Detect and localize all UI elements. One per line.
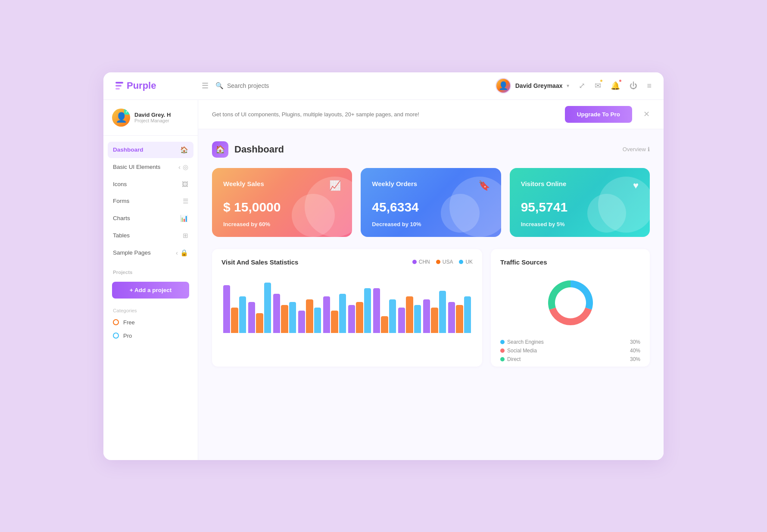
sidebar-item-basic-ui[interactable]: Basic UI Elements ‹ ◎ [108, 159, 193, 175]
orders-label: Weekly Orders [372, 180, 417, 187]
stat-card-orders: Weekly Orders 🔖 45,6334 Decreased by 10% [361, 168, 501, 237]
bar [306, 299, 313, 333]
nav-label-icons: Icons [113, 181, 127, 187]
bar [381, 316, 388, 333]
menu-icon[interactable]: ☰ [202, 81, 209, 90]
traffic-dot [500, 348, 505, 353]
mail-button[interactable]: ✉ [595, 81, 601, 90]
bar [464, 296, 471, 333]
sales-icon: 📈 [329, 180, 341, 191]
profile-avatar: ✓ [112, 109, 130, 127]
bar-group-7 [398, 296, 421, 333]
bar [423, 299, 430, 333]
promo-banner: Get tons of UI components, Plugins, mult… [198, 100, 664, 129]
bar [331, 311, 338, 333]
bar-group-5 [348, 288, 371, 333]
free-dot [113, 319, 119, 325]
expand-button[interactable]: ⤢ [579, 81, 585, 90]
bar-group-3 [298, 299, 321, 333]
charts-row: Visit And Sales Statistics CHN USA [212, 249, 650, 367]
nav-icon-sample: 🔒 [180, 249, 188, 257]
sidebar-item-sample-pages[interactable]: Sample Pages ‹ 🔒 [108, 245, 193, 261]
mail-badge [599, 79, 603, 83]
nav-label-tables: Tables [113, 232, 130, 239]
free-label: Free [123, 319, 135, 326]
sidebar-item-icons[interactable]: Icons 🖼 [108, 176, 193, 192]
bar [339, 294, 346, 333]
bar-chart-legend: CHN USA UK [412, 259, 473, 265]
nav-icon-dashboard: 🏠 [180, 146, 188, 154]
sidebar-item-forms[interactable]: Forms ☰ [108, 193, 193, 209]
nav-icon-icons: 🖼 [182, 180, 188, 188]
bar [356, 302, 363, 333]
bar [248, 302, 255, 333]
traffic-legend-item: Search Engines30% [500, 339, 640, 345]
bar [239, 296, 246, 333]
add-project-button[interactable]: + Add a project [112, 282, 189, 299]
bar [289, 302, 296, 333]
profile-info: David Grey. H Project Manager [134, 112, 189, 123]
dashboard-title: Dashboard [234, 144, 284, 155]
overview-link[interactable]: Overview ℹ [623, 146, 650, 152]
upgrade-button[interactable]: Upgrade To Pro [565, 106, 632, 123]
usa-label: USA [443, 259, 453, 265]
traffic-dot [500, 340, 505, 344]
stat-card-sales: Weekly Sales 📈 $ 15,0000 Increased by 60… [212, 168, 352, 237]
sidebar-item-charts[interactable]: Charts 📊 [108, 210, 193, 227]
legend-usa: USA [436, 259, 453, 265]
list-button[interactable]: ≡ [647, 81, 652, 90]
category-pro[interactable]: Pro [103, 329, 198, 342]
main-content: Get tons of UI components, Plugins, mult… [198, 100, 664, 460]
uk-dot [459, 260, 463, 264]
category-free[interactable]: Free [103, 316, 198, 329]
search-icon: 🔍 [215, 82, 224, 90]
power-button[interactable]: ⏻ [630, 81, 637, 90]
visitors-value: 95,5741 [521, 200, 639, 215]
visitors-change: Increased by 5% [521, 221, 639, 227]
bar [364, 288, 371, 333]
sales-label: Weekly Sales [223, 180, 264, 187]
pro-dot [113, 333, 119, 339]
legend-chn: CHN [412, 259, 430, 265]
dashboard-title-row: 🏠 Dashboard [212, 141, 284, 158]
nav-caret-basic-ui: ‹ [178, 163, 181, 171]
bar-group-4 [323, 294, 346, 333]
bar [389, 299, 396, 333]
notification-badge [618, 79, 622, 83]
sidebar-item-dashboard[interactable]: Dashboard 🏠 [108, 142, 193, 158]
nav-icon-basic-ui: ◎ [183, 163, 188, 171]
dashboard-header: 🏠 Dashboard Overview ℹ [212, 141, 650, 158]
sidebar-item-tables[interactable]: Tables ⊞ [108, 227, 193, 244]
promo-text: Get tons of UI components, Plugins, mult… [212, 111, 558, 118]
dashboard-content: 🏠 Dashboard Overview ℹ Week [198, 129, 664, 379]
bar [314, 308, 321, 333]
traffic-legend-item: Social Media40% [500, 348, 640, 354]
notification-button[interactable]: 🔔 [611, 81, 620, 90]
bar-group-9 [448, 296, 471, 333]
body: ✓ David Grey. H Project Manager Dashboar… [103, 100, 664, 460]
avatar [496, 78, 511, 93]
categories-title: Categories [103, 305, 198, 316]
bar-group-8 [423, 291, 446, 333]
nav-label-charts: Charts [113, 215, 130, 221]
traffic-dot [500, 357, 505, 361]
bar [273, 294, 280, 333]
donut-chart-title: Traffic Sources [500, 258, 547, 266]
projects-section-title: Projects [103, 262, 198, 278]
sales-value: $ 15,0000 [223, 200, 341, 215]
username: David Greymaax [515, 82, 563, 89]
traffic-legend: Search Engines30%Social Media40%Direct30… [500, 339, 640, 362]
donut-svg [540, 273, 601, 333]
search-input[interactable] [227, 82, 336, 89]
app-window: Purple ☰ 🔍 David Greymaax ▾ ⤢ ✉ 🔔 ⏻ ≡ [103, 72, 664, 460]
bar-group-2 [273, 294, 296, 333]
bar [431, 308, 438, 333]
orders-change: Decreased by 10% [372, 221, 490, 227]
orders-value: 45,6334 [372, 200, 490, 215]
sidebar: ✓ David Grey. H Project Manager Dashboar… [103, 100, 198, 460]
sidebar-profile: ✓ David Grey. H Project Manager [103, 109, 198, 136]
promo-close-button[interactable]: ✕ [643, 109, 650, 119]
bar [264, 283, 271, 333]
user-menu[interactable]: David Greymaax ▾ [496, 78, 570, 93]
legend-uk: UK [459, 259, 473, 265]
